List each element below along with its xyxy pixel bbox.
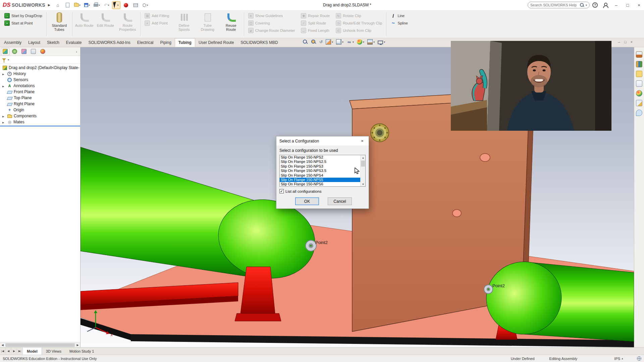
- route-properties-button[interactable]: Route Properties: [116, 11, 139, 37]
- tree-item-mates[interactable]: Mates: [0, 119, 80, 125]
- featuremanager-tab[interactable]: [1, 48, 9, 55]
- motion-study-tab[interactable]: Motion Study 1: [65, 348, 98, 355]
- xpress-tools-button[interactable]: [122, 1, 130, 9]
- listbox-scrollbar[interactable]: ▲ ▼: [360, 155, 365, 186]
- configuration-option[interactable]: Slip On Flange 150-NPS3.5: [280, 169, 360, 173]
- print-button[interactable]: ▾: [93, 1, 101, 9]
- fixed-length-button[interactable]: ↔Fixed Length: [300, 27, 331, 34]
- scrollbar-thumb[interactable]: [5, 343, 75, 347]
- options-button[interactable]: ▾: [141, 1, 150, 9]
- apply-scene-button[interactable]: ▾: [367, 39, 375, 45]
- scroll-up-icon[interactable]: ▲: [361, 155, 366, 160]
- auto-route-button[interactable]: Auto Route: [73, 11, 95, 37]
- configuration-option[interactable]: Slip On Flange 150-NPS4: [280, 173, 360, 178]
- hide-show-items-button[interactable]: ∞▾: [346, 39, 354, 45]
- spline-button[interactable]: ~Spline: [389, 20, 409, 26]
- configuration-option[interactable]: Slip On Flange 150-NPS3: [280, 164, 360, 169]
- doc-minimize-button[interactable]: –: [618, 40, 620, 44]
- repair-route-button[interactable]: ✚Repair Route: [300, 12, 331, 19]
- doc-restore-button[interactable]: □: [624, 40, 627, 44]
- doc-close-button[interactable]: ×: [631, 40, 633, 44]
- tab-electrical[interactable]: Electrical: [134, 39, 157, 47]
- tab-evaluate[interactable]: Evaluate: [63, 39, 85, 47]
- tree-item-front-plane[interactable]: Front Plane: [0, 89, 80, 95]
- first-tab-button[interactable]: |◀: [0, 348, 6, 355]
- menu-flyout-icon[interactable]: ▶: [48, 3, 50, 7]
- minimize-button[interactable]: –: [611, 0, 621, 10]
- dialog-titlebar[interactable]: Select a Configuration ×: [276, 136, 369, 145]
- start-at-point-button[interactable]: •Start at Point: [3, 20, 44, 26]
- scroll-down-icon[interactable]: ▼: [361, 182, 366, 186]
- plate-flange-hole[interactable]: [371, 124, 389, 142]
- search-icon[interactable]: [580, 3, 584, 7]
- edit-appearance-button[interactable]: ▾: [357, 39, 364, 45]
- add-point-button[interactable]: •Add Point: [143, 20, 171, 26]
- tree-root-assembly[interactable]: Drag and drop2 (Default<Display State-: [0, 65, 80, 71]
- expander-icon[interactable]: [2, 83, 6, 88]
- section-view-button[interactable]: ▾: [326, 39, 333, 45]
- display-style-button[interactable]: ▾: [336, 39, 343, 45]
- expander-icon[interactable]: [2, 71, 6, 76]
- panel-horizontal-scrollbar[interactable]: ◀ ▶: [0, 342, 80, 347]
- connection-point-marker[interactable]: [488, 289, 489, 290]
- tree-item-top-plane[interactable]: Top Plane: [0, 95, 80, 101]
- 3d-views-tab[interactable]: 3D Views: [42, 348, 65, 355]
- tree-item-sensors[interactable]: Sensors: [0, 77, 80, 83]
- configuration-listbox[interactable]: Slip On Flange 150-NPS2 Slip On Flange 1…: [279, 155, 366, 187]
- start-by-dragdrop-button[interactable]: →Start by Drag/Drop: [3, 12, 44, 19]
- appearances-icon[interactable]: [636, 90, 642, 97]
- unit-system-selector[interactable]: IPS▲: [614, 357, 624, 361]
- webcam-overlay[interactable]: [451, 41, 611, 131]
- login-button[interactable]: [602, 3, 608, 7]
- filter-funnel-icon[interactable]: [2, 58, 6, 61]
- split-route-button[interactable]: ∕Split Route: [300, 20, 331, 26]
- file-explorer-icon[interactable]: [636, 71, 642, 77]
- displaymanager-tab[interactable]: [39, 48, 47, 55]
- previous-tab-button[interactable]: ◀: [6, 348, 11, 355]
- tree-item-origin[interactable]: Origin: [0, 107, 80, 113]
- previous-view-button[interactable]: ↺: [319, 40, 323, 44]
- covering-button[interactable]: ◫Covering: [247, 20, 297, 26]
- connection-point-marker[interactable]: [310, 245, 312, 246]
- tab-solidworks-mbd[interactable]: SOLIDWORKS MBD: [237, 39, 281, 47]
- search-dropdown-icon[interactable]: ▾: [586, 4, 587, 7]
- configuration-option-selected[interactable]: Slip On Flange 150-NPS5: [280, 178, 360, 182]
- undo-button[interactable]: ↶▾: [102, 1, 111, 9]
- line-button[interactable]: /Line: [389, 12, 409, 19]
- tab-layout[interactable]: Layout: [25, 39, 44, 47]
- propertymanager-tab[interactable]: [10, 48, 19, 55]
- tab-user-defined-route[interactable]: User Defined Route: [195, 39, 237, 47]
- edit-route-button[interactable]: Edit Route: [95, 11, 116, 37]
- tree-item-history[interactable]: History: [0, 71, 80, 77]
- change-route-diameter-button[interactable]: ⌀Change Route Diameter: [247, 27, 297, 34]
- plate-hole[interactable]: [480, 154, 490, 162]
- unhook-from-clip-button[interactable]: ⊂Unhook from Clip: [334, 27, 383, 34]
- tube-drawing-button[interactable]: Tube Drawing: [196, 11, 219, 37]
- search-box[interactable]: Search SOLIDWORKS Help ▾: [528, 2, 590, 8]
- home-button[interactable]: ⌂: [54, 1, 62, 9]
- configurationmanager-tab[interactable]: [20, 48, 28, 55]
- scroll-right-icon[interactable]: ▶: [75, 344, 80, 347]
- filter-dropdown-icon[interactable]: ▾: [8, 58, 9, 61]
- tab-piping[interactable]: Piping: [157, 39, 175, 47]
- standard-tubes-button[interactable]: Standard Tubes: [48, 11, 71, 37]
- tab-tubing[interactable]: Tubing: [175, 38, 195, 47]
- configuration-option[interactable]: Slip On Flange 150-NPS2.5: [280, 160, 360, 164]
- reuse-route-button[interactable]: Reuse Route: [219, 11, 243, 37]
- zoom-to-area-button[interactable]: [311, 39, 316, 45]
- help-button[interactable]: ?: [592, 2, 598, 8]
- tree-item-components[interactable]: Components: [0, 113, 80, 119]
- tab-sketch[interactable]: Sketch: [44, 39, 63, 47]
- ok-button[interactable]: OK: [295, 197, 319, 205]
- zoom-to-fit-button[interactable]: [303, 39, 308, 45]
- configuration-option[interactable]: Slip On Flange 150-NPS2: [280, 155, 360, 160]
- scroll-left-icon[interactable]: ◀: [0, 344, 5, 347]
- tree-item-right-plane[interactable]: Right Plane: [0, 101, 80, 107]
- last-tab-button[interactable]: ▶|: [17, 348, 23, 355]
- tree-item-annotations[interactable]: Annotations: [0, 83, 80, 89]
- list-all-configurations-checkbox[interactable]: [279, 189, 284, 193]
- design-library-icon[interactable]: [636, 61, 642, 67]
- save-button[interactable]: ▾: [83, 1, 91, 9]
- open-button[interactable]: ▾: [73, 1, 82, 9]
- view-palette-icon[interactable]: [636, 80, 642, 87]
